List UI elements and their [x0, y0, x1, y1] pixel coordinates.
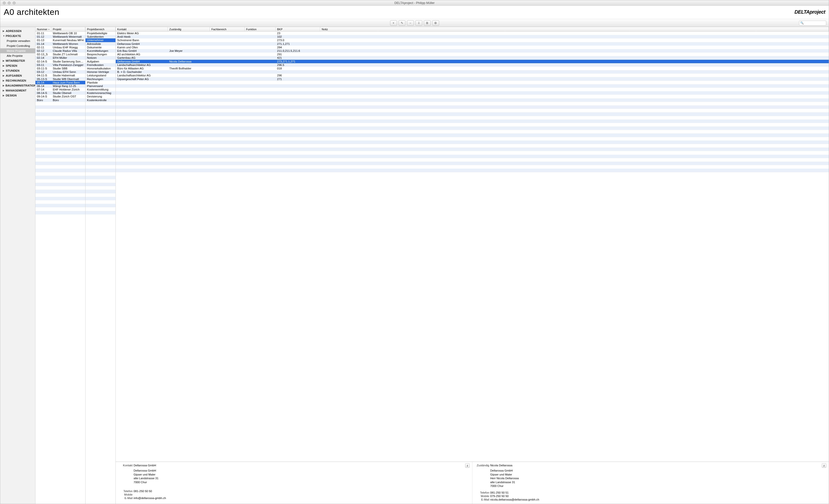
table-row[interactable]: Kostenermittlung [85, 88, 115, 91]
table-row[interactable]: Devisierung [85, 95, 115, 98]
table-row[interactable]: Honorarkalkulation [85, 67, 115, 70]
table-row[interactable]: 02-14-SStudie Sanierung Sonne... [35, 60, 85, 63]
table-row[interactable]: 05-13-SStudie WB Obermatt [35, 77, 85, 80]
table-row[interactable]: 04-11-SStudie Habermatt [35, 74, 85, 77]
table-row[interactable]: Andi Heeb102 [116, 35, 829, 38]
projektbereich-item: Dokumente [85, 46, 115, 49]
nav-item-projekt-controlling[interactable]: Projekt Controlling [0, 43, 35, 48]
document-button[interactable]: 🗎 [424, 20, 431, 26]
table-row[interactable]: Planliste [85, 81, 115, 84]
table-row[interactable]: Besprechungen [85, 52, 115, 56]
table-row[interactable]: Fremdkosten [85, 63, 115, 67]
projektbereich-header[interactable]: Projektbereich [85, 27, 115, 31]
table-row[interactable]: 02-14EFH Müller [35, 56, 85, 60]
table-row[interactable]: Kamin und Ofen284 [116, 46, 829, 49]
nav-item-projekte-verwalten[interactable]: Projekte verwalten [0, 38, 35, 43]
nav-section-adressen[interactable]: ▶ADRESSEN [0, 29, 35, 33]
detail-zustaendig: i Zuständig Nicola Dellarossa Dellarossa… [472, 462, 829, 504]
close-window-button[interactable] [3, 1, 6, 4]
table-row[interactable]: Dellarossa GmbHNicola Dellarossa273,271.… [116, 60, 829, 63]
table-row-empty [85, 130, 115, 133]
nav-section-design[interactable]: ▶DESIGN [0, 93, 35, 98]
table-row[interactable]: Landschaftsarchitektur AG296 [116, 74, 829, 77]
table-row-empty [35, 102, 85, 105]
table-row[interactable]: 01-11Wettbewerb OB 10 [35, 32, 85, 35]
table-row[interactable]: 01-13Kunermatt Neubau MFH [35, 38, 85, 42]
table-row[interactable]: Aufgaben [85, 60, 115, 63]
info-button-kontakt[interactable]: i [465, 463, 470, 468]
table-row[interactable]: 05-14Haus zum Forst Bern [35, 81, 85, 84]
table-row-empty [85, 200, 115, 204]
table-row[interactable]: 02-12Claude Radux Villa [35, 49, 85, 52]
nav-item-meine-projekte[interactable]: Meine Projekte [0, 48, 35, 53]
detail-kontakt-address: Dellarossa GmbHGipser und Maleralte Land… [134, 469, 469, 484]
contacts-header-notiz[interactable]: Notiz [320, 27, 829, 31]
table-row[interactable]: B. + D. Gschwinder [116, 70, 829, 74]
table-row[interactable]: 03-11-SStudie SBB [35, 67, 85, 70]
contacts-header-funktion[interactable]: Funktion [245, 27, 276, 31]
table-row[interactable]: BüroBüro [35, 99, 85, 102]
contacts-header-zuständig[interactable]: Zuständig [168, 27, 210, 31]
table-row[interactable]: 06-14Wängi Ifang 12-25 [35, 84, 85, 88]
table-row[interactable]: 02-11Umbau EHF Rüegg [35, 46, 85, 49]
contacts-header-kontakt[interactable]: Kontakt [116, 27, 168, 31]
table-row[interactable]: Gipsergeschäft Peter AG271 [116, 77, 829, 80]
zoom-window-button[interactable] [13, 1, 15, 4]
table-row[interactable]: Rechnungen [85, 77, 115, 80]
table-row[interactable]: Gartenbau AG421 [116, 56, 829, 60]
detail-kontakt-label: Kontakt [119, 464, 133, 467]
nav-section-projekte[interactable]: ▼PROJEKTE [0, 33, 35, 38]
table-row[interactable]: Honorar-Verträge [85, 70, 115, 74]
projects-header-nummer[interactable]: Nummer ▲ [35, 27, 51, 31]
nav-section-aufgaben[interactable]: ▶AUFGABEN [0, 73, 35, 78]
table-row-empty [35, 155, 85, 158]
nav-section-mitarbeiter[interactable]: ▶MITARBEITER [0, 58, 35, 63]
table-row[interactable]: Kostenvoranschlag [85, 91, 115, 95]
nav-section-stunden[interactable]: ▶STUNDEN [0, 68, 35, 73]
nav-item-alle-projekte[interactable]: Alle Projekte [0, 53, 35, 58]
table-row[interactable]: A0 architekten AG291 [116, 52, 829, 56]
table-row[interactable]: 02-13_SStudie ZT Lochmatt [35, 52, 85, 56]
table-row[interactable]: Unternehmer [85, 38, 115, 42]
download-button[interactable]: ⇩ [416, 20, 422, 26]
table-row[interactable]: Projektbeteiligte [85, 32, 115, 35]
table-row[interactable]: Dellarossa GmbH271.1,271 [116, 42, 829, 46]
table-row[interactable]: 03-11Villa Pestalozzi-Zangger [35, 63, 85, 67]
table-row[interactable]: Schreinerei Bann273.0 [116, 38, 829, 42]
table-row[interactable]: 09-14-SStudie Zürich OST [35, 95, 85, 98]
table-row[interactable]: Elektro Meier AG23 [116, 32, 829, 35]
projects-header-projekt[interactable]: Projekt [51, 27, 85, 31]
contacts-header-fachbereich[interactable]: Fachbereich [210, 27, 245, 31]
table-row[interactable]: 08-14-SStudie Oberwil [35, 91, 85, 95]
table-row[interactable]: Erb Bau GmbHJoe Meyer211.0,211.5,211.6 [116, 49, 829, 52]
remove-button[interactable]: − [407, 20, 414, 26]
table-row-empty [35, 172, 85, 176]
table-row[interactable]: Kostenkontrolle [85, 99, 115, 102]
table-row[interactable]: Submittenten [85, 35, 115, 38]
table-row[interactable]: Kurzmitteilungen [85, 49, 115, 52]
add-button[interactable]: + [390, 20, 397, 26]
table-row[interactable]: 01-12Wettbewerb Weiermatt [35, 35, 85, 38]
table-row[interactable]: 07-14EHF Holdener Zürich [35, 88, 85, 91]
table-row[interactable]: Büro für Altlasten AGTheofil Bollhalder0… [116, 67, 829, 70]
settings-button[interactable]: ⚙ [432, 20, 439, 26]
table-row[interactable]: Dokumente [85, 46, 115, 49]
info-button-zustaendig[interactable]: i [822, 463, 826, 468]
table-row[interactable]: 03-12Umbau EFH Senn [35, 70, 85, 74]
table-row[interactable]: 01-14Wettbewerb Worren [35, 42, 85, 46]
minimize-window-button[interactable] [8, 1, 11, 4]
nav-section-bauadministration[interactable]: ▶BAUADMINISTRATION [0, 83, 35, 88]
nav-section-spesen[interactable]: ▶SPESEN [0, 63, 35, 68]
edit-button[interactable]: ✎ [398, 20, 405, 26]
table-row[interactable]: Landschaftsarchitektur AG296.5 [116, 63, 829, 67]
detail-zustaendig-value: Nicola Dellarossa [490, 464, 826, 467]
contacts-header-bkp[interactable]: BKP [276, 27, 320, 31]
table-row[interactable]: Adressliste [85, 42, 115, 46]
nav-section-rechnungen[interactable]: ▶RECHNUNGEN [0, 78, 35, 83]
table-row[interactable]: Planversand [85, 84, 115, 88]
nav-section-management[interactable]: ▶MANAGEMENT [0, 88, 35, 93]
table-row[interactable]: Notizen [85, 56, 115, 60]
detail-field-value: 079-250 50 50 [490, 495, 826, 498]
table-row[interactable]: Leistungsstand [85, 74, 115, 77]
projektbereich-item: Besprechungen [85, 53, 115, 56]
